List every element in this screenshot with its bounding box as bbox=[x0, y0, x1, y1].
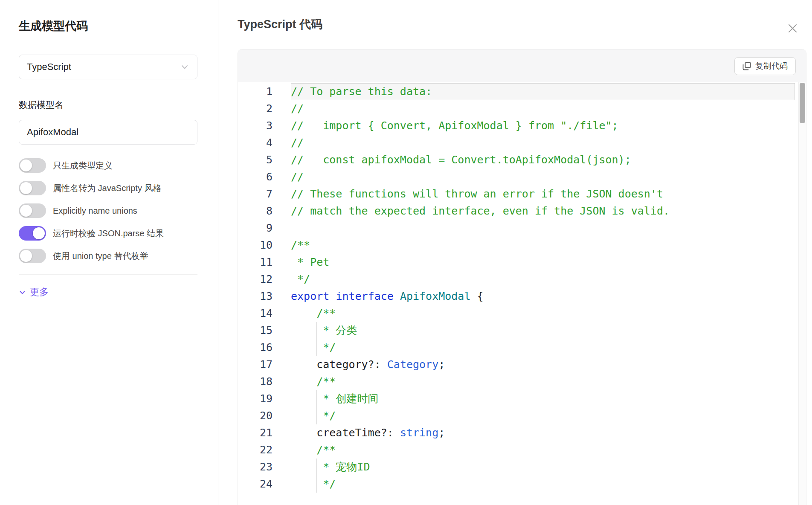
code-line: 7// These functions will throw an error … bbox=[238, 186, 806, 203]
code-line: 1// To parse this data: bbox=[238, 83, 806, 100]
code-token bbox=[291, 324, 316, 337]
code-line-content: * 宠物ID bbox=[291, 459, 795, 476]
code-token: // These functions will throw an error i… bbox=[291, 188, 663, 200]
code-line: 21 createTime?: string; bbox=[238, 424, 806, 441]
close-button[interactable] bbox=[785, 20, 800, 36]
code-token: string bbox=[400, 427, 438, 439]
toggle-label: 使用 union type 替代枚举 bbox=[53, 250, 148, 262]
code-line: 17 category?: Category; bbox=[238, 356, 806, 373]
code-toolbar: 复制代码 bbox=[238, 49, 806, 82]
code-token: /** bbox=[291, 239, 310, 251]
code-token: */ bbox=[316, 478, 336, 490]
line-number: 4 bbox=[238, 134, 273, 151]
code-line: 9 bbox=[238, 220, 806, 237]
toggle-row: 运行时校验 JSON.parse 结果 bbox=[19, 226, 197, 241]
toggle-switch[interactable] bbox=[19, 249, 46, 263]
panel-title: TypeScript 代码 bbox=[238, 17, 322, 32]
code-lines: 1// To parse this data:2//3// import { C… bbox=[238, 83, 806, 493]
line-number: 12 bbox=[238, 271, 273, 288]
code-token: /** bbox=[316, 307, 336, 319]
code-line-content: /** bbox=[291, 305, 795, 322]
line-number: 3 bbox=[238, 117, 273, 134]
code-line: 11 * Pet bbox=[238, 254, 806, 271]
code-line-content: category?: Category; bbox=[291, 356, 795, 373]
code-line-content: /** bbox=[291, 373, 795, 390]
chevron-down-icon bbox=[19, 289, 26, 296]
copy-code-button[interactable]: 复制代码 bbox=[734, 57, 796, 75]
line-number: 14 bbox=[238, 305, 273, 322]
line-number: 8 bbox=[238, 203, 273, 220]
code-token bbox=[329, 290, 336, 302]
code-line: 12 */ bbox=[238, 271, 806, 288]
line-number: 11 bbox=[238, 254, 273, 271]
code-line-content: * 创建时间 bbox=[291, 390, 795, 407]
code-line-content: // bbox=[291, 168, 795, 186]
toggle-row: 只生成类型定义 bbox=[19, 158, 197, 173]
line-number: 1 bbox=[238, 83, 273, 100]
line-number: 9 bbox=[238, 220, 273, 237]
code-token bbox=[291, 375, 316, 388]
chevron-down-icon bbox=[180, 62, 189, 72]
toggle-row: Explicitly name unions bbox=[19, 203, 197, 218]
copy-code-label: 复制代码 bbox=[755, 61, 788, 72]
line-number: 2 bbox=[238, 100, 273, 117]
code-token: // bbox=[291, 102, 304, 115]
code-line: 6// bbox=[238, 168, 806, 186]
close-icon bbox=[787, 23, 798, 34]
toggle-row: 使用 union type 替代枚举 bbox=[19, 249, 197, 263]
scrollbar-thumb[interactable] bbox=[800, 83, 805, 123]
language-select[interactable]: TypeScript bbox=[19, 55, 197, 79]
code-token: ; bbox=[438, 427, 445, 439]
line-number: 21 bbox=[238, 424, 273, 441]
model-name-label: 数据模型名 bbox=[19, 99, 197, 111]
code-line-content: // bbox=[291, 100, 795, 117]
code-line-content: */ bbox=[291, 339, 795, 356]
language-select-value: TypeScript bbox=[27, 61, 71, 73]
code-token: */ bbox=[316, 409, 336, 422]
code-line-content: /** bbox=[291, 441, 795, 459]
toggle-switch[interactable] bbox=[19, 158, 46, 173]
code-line-content: */ bbox=[291, 271, 795, 288]
code-token: // import { Convert, ApifoxModal } from … bbox=[291, 119, 618, 132]
code-token: // const apifoxModal = Convert.toApifoxM… bbox=[291, 154, 631, 166]
code-token bbox=[291, 341, 316, 354]
code-line: 20 */ bbox=[238, 407, 806, 424]
line-number: 19 bbox=[238, 390, 273, 407]
code-line-content: /** bbox=[291, 237, 795, 254]
line-number: 10 bbox=[238, 237, 273, 254]
toggle-switch[interactable] bbox=[19, 226, 46, 241]
code-line-content: // import { Convert, ApifoxModal } from … bbox=[291, 117, 795, 134]
model-name-input[interactable] bbox=[19, 120, 197, 145]
code-line: 24 */ bbox=[238, 476, 806, 493]
page-title: 生成模型代码 bbox=[19, 19, 197, 33]
line-number: 22 bbox=[238, 441, 273, 459]
code-token: ApifoxModal bbox=[400, 290, 471, 302]
code-token: * 宠物ID bbox=[316, 461, 370, 473]
vertical-scrollbar[interactable] bbox=[798, 82, 806, 505]
code-token bbox=[291, 392, 316, 405]
toggle-switch[interactable] bbox=[19, 181, 46, 195]
line-number: 15 bbox=[238, 322, 273, 339]
line-number: 24 bbox=[238, 476, 273, 493]
code-line: 8// match the expected interface, even i… bbox=[238, 203, 806, 220]
line-number: 13 bbox=[238, 288, 273, 305]
code-token: ; bbox=[438, 358, 445, 371]
line-number: 20 bbox=[238, 407, 273, 424]
code-line-content: */ bbox=[291, 407, 795, 424]
toggle-label: 属性名转为 JavaScripty 风格 bbox=[53, 183, 161, 194]
code-token bbox=[291, 444, 316, 456]
toggle-switch[interactable] bbox=[19, 203, 46, 218]
code-line: 4// bbox=[238, 134, 806, 151]
sidebar: 生成模型代码 TypeScript 数据模型名 只生成类型定义属性名转为 Jav… bbox=[0, 0, 218, 505]
code-line-content: * 分类 bbox=[291, 322, 795, 339]
code-token: */ bbox=[316, 341, 336, 354]
code-line: 23 * 宠物ID bbox=[238, 459, 806, 476]
line-number: 5 bbox=[238, 151, 273, 168]
code-editor[interactable]: 1// To parse this data:2//3// import { C… bbox=[238, 82, 806, 505]
more-link[interactable]: 更多 bbox=[19, 286, 49, 299]
code-token: * 创建时间 bbox=[316, 392, 378, 405]
line-number: 16 bbox=[238, 339, 273, 356]
code-line-content: */ bbox=[291, 476, 795, 493]
code-line-content: // These functions will throw an error i… bbox=[291, 186, 795, 203]
code-line-content: // To parse this data: bbox=[291, 83, 795, 100]
